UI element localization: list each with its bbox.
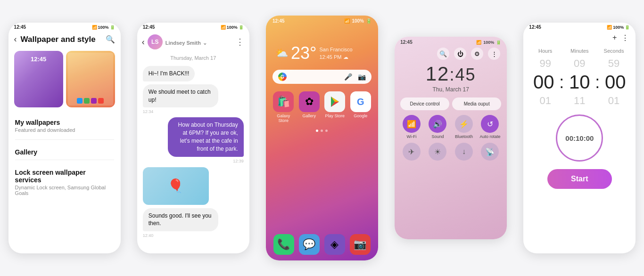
device-control-btn[interactable]: Device control bbox=[400, 97, 449, 110]
minutes-label: Minutes bbox=[562, 48, 597, 56]
weather-info: San Francisco 12:45 PM ☁ bbox=[319, 46, 352, 61]
home-status-time: 12:45 bbox=[272, 18, 285, 24]
toggle-flashlight[interactable]: ☀ bbox=[427, 143, 449, 161]
image-bubble: 🎈 bbox=[143, 167, 209, 205]
dock-teams[interactable]: ◈ bbox=[323, 234, 346, 255]
quick-panel: 12:45 📶 100% 🔋 🔍 ⏻ ⚙ ⋮ 12:45 Thu, March … bbox=[395, 37, 507, 239]
timer-circle: 00:10:00 bbox=[556, 114, 603, 162]
app-label: Play Store bbox=[325, 114, 345, 118]
search-mic-icon[interactable]: 🎤 bbox=[344, 73, 352, 81]
back-arrow[interactable]: ‹ bbox=[14, 34, 17, 44]
timer-minutes[interactable]: 10 bbox=[564, 72, 595, 93]
bubble-time-1: 12:34 bbox=[137, 109, 249, 116]
hours-label: Hours bbox=[528, 48, 562, 56]
toggle-hotspot[interactable]: 📡 bbox=[479, 143, 502, 161]
toggle-download[interactable]: ↓ bbox=[453, 143, 475, 161]
bubble-time-2: 12:39 bbox=[137, 158, 249, 165]
app-label: Galaxy Store bbox=[272, 114, 295, 123]
signal-icons-5: 📶 100% 🔋 bbox=[607, 25, 630, 30]
home-wallpaper: 12:45 📶 100% 🔋 ⛅ 23° San Francisco 12:45… bbox=[266, 16, 378, 260]
page-title: Wallpaper and style bbox=[21, 35, 102, 44]
qp-power-icon[interactable]: ⏻ bbox=[454, 48, 466, 60]
divider1 bbox=[15, 139, 114, 140]
dock-messages[interactable]: 💬 bbox=[298, 234, 321, 255]
home-screen-thumb[interactable] bbox=[66, 51, 115, 107]
qp-search-icon[interactable]: 🔍 bbox=[437, 48, 449, 60]
status-bar-1: 12:45 📶 100% 🔋 bbox=[8, 23, 121, 31]
app-grid: 🛍️ Galaxy Store ✿ Gallery Play Store G G… bbox=[266, 88, 378, 127]
start-button[interactable]: Start bbox=[547, 169, 611, 189]
timer-seconds[interactable]: 00 bbox=[600, 72, 631, 93]
qp-quick-buttons: Device control Media ouput bbox=[395, 97, 507, 115]
dock-camera[interactable]: 📷 bbox=[349, 234, 372, 255]
dot bbox=[316, 130, 318, 132]
mini-icon bbox=[84, 98, 90, 104]
toggle-airplane[interactable]: ✈ bbox=[400, 143, 423, 161]
google-g-icon: G bbox=[278, 73, 287, 81]
dot bbox=[325, 130, 328, 132]
home-status-bar: 12:45 📶 100% 🔋 bbox=[266, 16, 378, 24]
app-google[interactable]: G Google bbox=[349, 91, 372, 123]
lockscreen-services-label[interactable]: Lock screen wallpaper services bbox=[8, 163, 121, 185]
search-icon[interactable]: 🔍 bbox=[106, 35, 115, 44]
timer-more-icon[interactable]: ⋮ bbox=[621, 33, 629, 42]
dock-phone[interactable]: 📞 bbox=[272, 234, 295, 255]
seconds-above: 59 bbox=[597, 57, 631, 70]
timer-add-icon[interactable]: + bbox=[612, 33, 617, 42]
my-wallpapers-sub: Featured and downloaded bbox=[8, 127, 121, 137]
qp-toggle-row1: 📶 Wi-Fi 🔊 Sound ⚡ Bluetooth ↺ Auto rotat… bbox=[395, 115, 507, 143]
msg-bubble-3: How about on Thursday at 6PM? If you are… bbox=[137, 116, 249, 158]
wallpaper-previews bbox=[8, 47, 121, 113]
gallery-label[interactable]: Gallery bbox=[8, 143, 121, 157]
msg-bubble-2: We should meet to catch up! bbox=[137, 83, 249, 109]
toggle-wifi[interactable]: 📶 Wi-Fi bbox=[400, 115, 423, 139]
divider2 bbox=[15, 160, 114, 160]
qp-more-icon[interactable]: ⋮ bbox=[488, 48, 500, 60]
msg-back-arrow[interactable]: ‹ bbox=[142, 37, 145, 47]
timer-hours[interactable]: 00 bbox=[528, 72, 559, 93]
phone-messages: 12:45 📶 100% 🔋 ‹ LS Lindsey Smith ⌄ ⋮ Th… bbox=[137, 23, 249, 253]
wallpaper-header: ‹ Wallpaper and style 🔍 bbox=[8, 31, 121, 47]
timer-below-nums: 01 11 01 bbox=[523, 95, 636, 107]
contact-avatar: LS bbox=[148, 34, 163, 49]
app-label: Gallery bbox=[302, 114, 316, 118]
more-options-icon[interactable]: ⋮ bbox=[236, 37, 245, 47]
lock-screen-thumb[interactable] bbox=[14, 51, 63, 107]
phone-wallpaper: 12:45 📶 100% 🔋 ‹ Wallpaper and style 🔍 bbox=[8, 23, 121, 253]
weather-temp: 23° bbox=[291, 43, 316, 63]
toggle-bluetooth[interactable]: ⚡ Bluetooth bbox=[453, 115, 475, 139]
my-wallpapers-label[interactable]: My wallpapers bbox=[8, 113, 121, 127]
app-label: Google bbox=[354, 114, 367, 118]
toggle-sound[interactable]: 🔊 Sound bbox=[427, 115, 449, 139]
app-gallery[interactable]: ✿ Gallery bbox=[298, 91, 320, 123]
signal-icons-1: 📶 100% 🔋 bbox=[92, 25, 115, 30]
seconds-label: Seconds bbox=[597, 48, 631, 56]
timer-main-display: 00 : 10 : 00 bbox=[523, 70, 636, 95]
qp-clock: 12:45 bbox=[395, 61, 507, 86]
google-search-bar[interactable]: G 🎤 📷 bbox=[272, 70, 372, 84]
status-time-2: 12:45 bbox=[143, 24, 155, 30]
media-output-btn[interactable]: Media ouput bbox=[452, 97, 501, 110]
app-galaxy-store[interactable]: 🛍️ Galaxy Store bbox=[272, 91, 295, 123]
toggle-autorotate[interactable]: ↺ Auto rotate bbox=[479, 115, 502, 139]
app-play-store[interactable]: Play Store bbox=[324, 91, 346, 123]
mini-icon bbox=[98, 98, 104, 104]
timer-above-nums: 99 09 59 bbox=[523, 57, 636, 70]
phone-timer: 12:45 📶 100% 🔋 + ⋮ Hours Minutes Seconds… bbox=[523, 23, 636, 253]
contact-name: Lindsey Smith ⌄ bbox=[165, 38, 233, 46]
seconds-below: 01 bbox=[597, 95, 631, 107]
home-status-icons: 📶 100% 🔋 bbox=[344, 18, 372, 24]
qp-toggle-row2: ✈ ☀ ↓ 📡 bbox=[395, 143, 507, 164]
weather-widget: ⛅ 23° San Francisco 12:45 PM ☁ bbox=[266, 24, 378, 66]
status-bar-2: 12:45 📶 100% 🔋 bbox=[137, 23, 249, 31]
page-dots bbox=[266, 127, 378, 135]
timer-header: + ⋮ bbox=[523, 31, 636, 44]
qp-status-bar: 12:45 📶 100% 🔋 bbox=[395, 37, 507, 46]
phone-quick-panel: 12:45 📶 100% 🔋 🔍 ⏻ ⚙ ⋮ 12:45 Thu, March … bbox=[395, 37, 507, 239]
minutes-above: 09 bbox=[562, 57, 597, 70]
status-time-5: 12:45 bbox=[529, 24, 541, 30]
phone-home: 12:45 📶 100% 🔋 ⛅ 23° San Francisco 12:45… bbox=[266, 16, 378, 260]
qp-settings-icon[interactable]: ⚙ bbox=[471, 48, 483, 60]
search-lens-icon[interactable]: 📷 bbox=[358, 73, 366, 81]
dot bbox=[321, 130, 323, 132]
